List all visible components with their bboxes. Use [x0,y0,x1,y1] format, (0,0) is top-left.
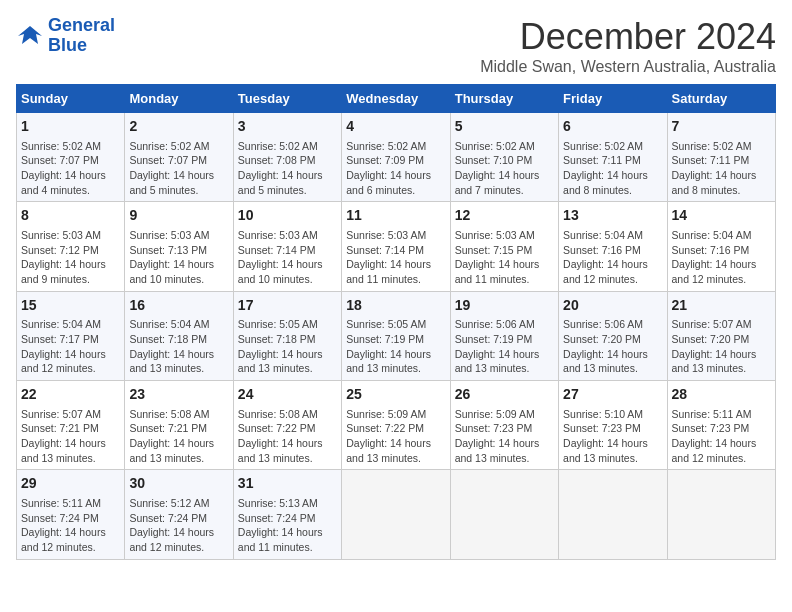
location-title: Middle Swan, Western Australia, Australi… [480,58,776,76]
day-info: Sunrise: 5:02 AM Sunset: 7:07 PM Dayligh… [129,139,228,198]
day-info: Sunrise: 5:13 AM Sunset: 7:24 PM Dayligh… [238,496,337,555]
day-info: Sunrise: 5:04 AM Sunset: 7:17 PM Dayligh… [21,317,120,376]
day-info: Sunrise: 5:06 AM Sunset: 7:20 PM Dayligh… [563,317,662,376]
table-row: 21 Sunrise: 5:07 AM Sunset: 7:20 PM Dayl… [667,291,775,380]
table-row [559,470,667,559]
calendar-table: Sunday Monday Tuesday Wednesday Thursday… [16,84,776,560]
header-tuesday: Tuesday [233,85,341,113]
day-number: 2 [129,117,228,137]
day-info: Sunrise: 5:02 AM Sunset: 7:11 PM Dayligh… [672,139,771,198]
month-title: December 2024 [480,16,776,58]
header-thursday: Thursday [450,85,558,113]
table-row: 29 Sunrise: 5:11 AM Sunset: 7:24 PM Dayl… [17,470,125,559]
table-row: 11 Sunrise: 5:03 AM Sunset: 7:14 PM Dayl… [342,202,450,291]
table-row: 31 Sunrise: 5:13 AM Sunset: 7:24 PM Dayl… [233,470,341,559]
day-number: 19 [455,296,554,316]
header-monday: Monday [125,85,233,113]
table-row [450,470,558,559]
day-number: 8 [21,206,120,226]
day-number: 13 [563,206,662,226]
day-info: Sunrise: 5:07 AM Sunset: 7:20 PM Dayligh… [672,317,771,376]
day-info: Sunrise: 5:02 AM Sunset: 7:08 PM Dayligh… [238,139,337,198]
weekday-header-row: Sunday Monday Tuesday Wednesday Thursday… [17,85,776,113]
table-row: 3 Sunrise: 5:02 AM Sunset: 7:08 PM Dayli… [233,113,341,202]
logo: General Blue [16,16,115,56]
day-info: Sunrise: 5:11 AM Sunset: 7:23 PM Dayligh… [672,407,771,466]
table-row: 28 Sunrise: 5:11 AM Sunset: 7:23 PM Dayl… [667,381,775,470]
table-row: 13 Sunrise: 5:04 AM Sunset: 7:16 PM Dayl… [559,202,667,291]
table-row: 5 Sunrise: 5:02 AM Sunset: 7:10 PM Dayli… [450,113,558,202]
svg-marker-0 [18,26,42,44]
header-wednesday: Wednesday [342,85,450,113]
calendar-week-row: 22 Sunrise: 5:07 AM Sunset: 7:21 PM Dayl… [17,381,776,470]
day-number: 7 [672,117,771,137]
table-row [342,470,450,559]
day-number: 17 [238,296,337,316]
header-sunday: Sunday [17,85,125,113]
day-number: 30 [129,474,228,494]
day-number: 28 [672,385,771,405]
table-row: 1 Sunrise: 5:02 AM Sunset: 7:07 PM Dayli… [17,113,125,202]
table-row: 16 Sunrise: 5:04 AM Sunset: 7:18 PM Dayl… [125,291,233,380]
day-info: Sunrise: 5:09 AM Sunset: 7:23 PM Dayligh… [455,407,554,466]
table-row: 4 Sunrise: 5:02 AM Sunset: 7:09 PM Dayli… [342,113,450,202]
calendar-week-row: 15 Sunrise: 5:04 AM Sunset: 7:17 PM Dayl… [17,291,776,380]
table-row: 14 Sunrise: 5:04 AM Sunset: 7:16 PM Dayl… [667,202,775,291]
day-number: 27 [563,385,662,405]
table-row: 6 Sunrise: 5:02 AM Sunset: 7:11 PM Dayli… [559,113,667,202]
day-number: 23 [129,385,228,405]
day-number: 4 [346,117,445,137]
day-info: Sunrise: 5:06 AM Sunset: 7:19 PM Dayligh… [455,317,554,376]
day-number: 18 [346,296,445,316]
table-row: 25 Sunrise: 5:09 AM Sunset: 7:22 PM Dayl… [342,381,450,470]
logo-icon [16,24,44,48]
table-row [667,470,775,559]
day-number: 9 [129,206,228,226]
calendar-week-row: 1 Sunrise: 5:02 AM Sunset: 7:07 PM Dayli… [17,113,776,202]
day-info: Sunrise: 5:03 AM Sunset: 7:12 PM Dayligh… [21,228,120,287]
table-row: 9 Sunrise: 5:03 AM Sunset: 7:13 PM Dayli… [125,202,233,291]
day-info: Sunrise: 5:04 AM Sunset: 7:18 PM Dayligh… [129,317,228,376]
table-row: 17 Sunrise: 5:05 AM Sunset: 7:18 PM Dayl… [233,291,341,380]
day-number: 22 [21,385,120,405]
table-row: 30 Sunrise: 5:12 AM Sunset: 7:24 PM Dayl… [125,470,233,559]
logo-text: General Blue [48,16,115,56]
header-saturday: Saturday [667,85,775,113]
day-number: 5 [455,117,554,137]
page-header: General Blue December 2024 Middle Swan, … [16,16,776,76]
day-info: Sunrise: 5:02 AM Sunset: 7:09 PM Dayligh… [346,139,445,198]
header-friday: Friday [559,85,667,113]
table-row: 24 Sunrise: 5:08 AM Sunset: 7:22 PM Dayl… [233,381,341,470]
calendar-week-row: 29 Sunrise: 5:11 AM Sunset: 7:24 PM Dayl… [17,470,776,559]
day-info: Sunrise: 5:05 AM Sunset: 7:19 PM Dayligh… [346,317,445,376]
title-section: December 2024 Middle Swan, Western Austr… [480,16,776,76]
day-info: Sunrise: 5:02 AM Sunset: 7:10 PM Dayligh… [455,139,554,198]
table-row: 15 Sunrise: 5:04 AM Sunset: 7:17 PM Dayl… [17,291,125,380]
table-row: 8 Sunrise: 5:03 AM Sunset: 7:12 PM Dayli… [17,202,125,291]
day-info: Sunrise: 5:03 AM Sunset: 7:15 PM Dayligh… [455,228,554,287]
day-info: Sunrise: 5:11 AM Sunset: 7:24 PM Dayligh… [21,496,120,555]
day-number: 26 [455,385,554,405]
day-number: 14 [672,206,771,226]
table-row: 12 Sunrise: 5:03 AM Sunset: 7:15 PM Dayl… [450,202,558,291]
table-row: 26 Sunrise: 5:09 AM Sunset: 7:23 PM Dayl… [450,381,558,470]
day-info: Sunrise: 5:12 AM Sunset: 7:24 PM Dayligh… [129,496,228,555]
day-number: 16 [129,296,228,316]
day-number: 12 [455,206,554,226]
day-number: 29 [21,474,120,494]
day-info: Sunrise: 5:02 AM Sunset: 7:11 PM Dayligh… [563,139,662,198]
table-row: 18 Sunrise: 5:05 AM Sunset: 7:19 PM Dayl… [342,291,450,380]
day-info: Sunrise: 5:04 AM Sunset: 7:16 PM Dayligh… [563,228,662,287]
day-number: 15 [21,296,120,316]
day-number: 20 [563,296,662,316]
day-info: Sunrise: 5:04 AM Sunset: 7:16 PM Dayligh… [672,228,771,287]
table-row: 27 Sunrise: 5:10 AM Sunset: 7:23 PM Dayl… [559,381,667,470]
day-number: 21 [672,296,771,316]
table-row: 10 Sunrise: 5:03 AM Sunset: 7:14 PM Dayl… [233,202,341,291]
day-number: 1 [21,117,120,137]
day-number: 31 [238,474,337,494]
day-info: Sunrise: 5:08 AM Sunset: 7:21 PM Dayligh… [129,407,228,466]
day-info: Sunrise: 5:05 AM Sunset: 7:18 PM Dayligh… [238,317,337,376]
day-info: Sunrise: 5:03 AM Sunset: 7:14 PM Dayligh… [238,228,337,287]
day-info: Sunrise: 5:07 AM Sunset: 7:21 PM Dayligh… [21,407,120,466]
